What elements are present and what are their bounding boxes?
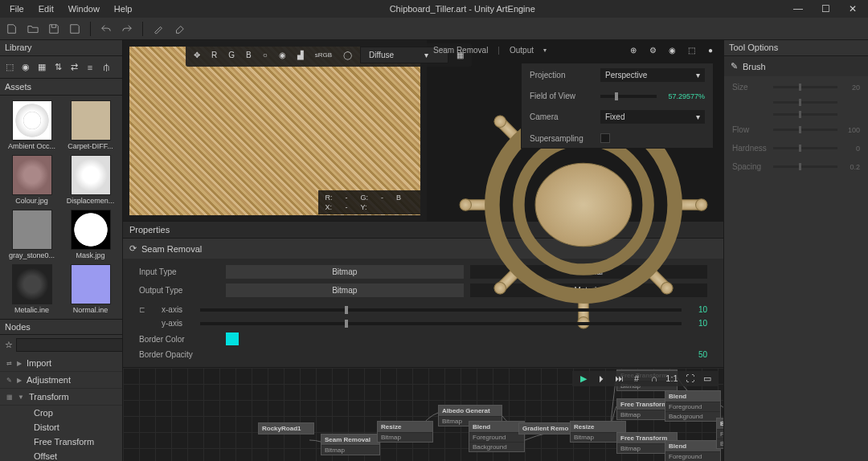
projection-select[interactable]: Perspective▾ [600,68,705,82]
supersampling-checkbox[interactable] [600,133,610,143]
layout-icon[interactable]: ▭ [701,373,714,384]
asset-item[interactable]: Normal.ine [63,264,117,314]
tool-slider[interactable] [773,129,837,131]
tool-slider[interactable] [773,86,837,88]
vp-srgb-icon[interactable]: sRGB [312,50,335,60]
close-icon[interactable]: ✕ [841,3,865,14]
vp-dot-icon[interactable]: ◉ [276,49,289,61]
tab-output[interactable]: Output [510,46,534,55]
tool-slider[interactable] [773,113,837,116]
minimize-icon[interactable]: — [786,3,810,14]
asset-item[interactable]: Colour.jpg [5,155,59,205]
open-icon[interactable] [26,22,40,36]
globe-icon[interactable]: ⊕ [627,43,640,56]
input-bitmap-button[interactable]: Bitmap [226,265,464,279]
save-as-icon[interactable] [68,22,82,36]
new-icon[interactable] [5,22,19,36]
border-color-label: Border Color [139,335,219,344]
channel-g[interactable]: G [225,49,238,61]
asset-item[interactable]: Displacemen... [63,155,117,205]
node-category-transform[interactable]: ▦▼Transform [0,389,122,406]
lib-grid-icon[interactable]: ▦ [35,61,48,74]
node-item-free-transform[interactable]: Free Transform [0,434,122,449]
channel-b[interactable]: B [243,49,255,61]
graph-node[interactable]: ResizeBitmap [377,421,433,443]
eraser-icon[interactable] [172,22,186,36]
viewport-3d[interactable]: Seam Removal | Output ▾ ⊕ ⚙ ◉ ⬚ ● Projec… [427,40,723,221]
camera-select[interactable]: Fixed▾ [600,110,705,124]
nodes-search-input[interactable] [16,338,122,352]
tool-slider[interactable] [773,165,837,168]
asset-item[interactable]: Metalic.ine [5,264,59,314]
menu-window[interactable]: Window [62,2,106,16]
lib-sort2-icon[interactable]: ≡ [84,61,96,74]
step-icon[interactable]: ⏵ [595,373,608,384]
viewport-2d[interactable]: ✥ R G B ○ ◉ ▟ sRGB ◯ Diffuse▾ ▦ R:- G:- … [123,40,427,221]
magnet-icon[interactable]: ∩ [648,373,661,384]
menu-edit[interactable]: Edit [32,2,60,16]
fast-icon[interactable]: ⏭ [612,373,625,384]
left-panel: Library ⬚ ◉ ▦ ⇅ ⇄ ≡ ⫛ Assets Ambient Occ… [0,40,123,461]
pixel-readout: R:- G:- B X:- Y: [318,190,420,214]
node-category-adjustment[interactable]: ✎▶Adjustment [0,372,122,389]
cube-icon[interactable]: ⬚ [685,43,698,56]
asset-item[interactable]: Ambient Occ... [5,100,59,150]
vp-move-icon[interactable]: ✥ [190,49,203,61]
play-icon[interactable]: ▶ [577,373,590,384]
asset-item[interactable]: gray_stone0... [5,210,59,259]
node-item-offset[interactable]: Offset [0,449,122,461]
border-color-swatch[interactable] [226,332,239,345]
fov-slider[interactable] [600,95,657,98]
fov-label: Field of View [530,92,594,100]
gear-icon[interactable]: ⚙ [646,43,659,56]
graph-node[interactable]: RockyRoad1 [258,422,314,434]
lib-sort3-icon[interactable]: ⫛ [100,61,113,74]
graph-node[interactable]: Seam RemovalBitmap [321,434,380,455]
tool-slider[interactable] [773,147,837,149]
grid-snap-icon[interactable]: # [630,373,643,384]
lib-sort-icon[interactable]: ⇄ [68,61,80,74]
refresh-icon[interactable]: ⟳ [129,243,137,254]
zoom-fit-icon[interactable]: 1:1 [665,373,678,384]
graph-node[interactable]: BlendForegroundBackground [665,390,721,422]
maximize-icon[interactable]: ☐ [813,3,837,14]
tab-seam-removal[interactable]: Seam Removal [433,46,488,55]
node-item-crop[interactable]: Crop [0,406,122,420]
axis-link-icon[interactable]: ⊏ [139,306,155,314]
tool-slider[interactable] [773,101,837,104]
node-category-import[interactable]: ⇄▶Import [0,355,122,372]
lib-cube-icon[interactable]: ⬚ [3,61,16,74]
x-axis-slider[interactable] [200,308,682,312]
lib-filter-icon[interactable]: ⇅ [51,61,64,74]
node-item-distort[interactable]: Distort [0,420,122,434]
asset-item[interactable]: Mask.jpg [63,210,117,259]
tool-value: 0.2 [842,163,860,171]
menu-help[interactable]: Help [108,2,139,16]
tool-label: Size [732,83,768,92]
graph-node[interactable]: BlendForegroundBackground [716,418,723,449]
lib-sphere-icon[interactable]: ◉ [19,61,32,74]
vp-ring-icon[interactable]: ◯ [340,49,355,61]
library-header: Library [0,40,122,56]
brush-icon[interactable] [151,22,166,36]
save-icon[interactable] [47,22,61,36]
asset-item[interactable]: Carpet-DIFF... [63,100,117,150]
vp-circle-icon[interactable]: ○ [260,49,271,61]
output-bitmap-button[interactable]: Bitmap [226,284,464,297]
graph-node[interactable]: BlendForegroundBackground [665,440,721,461]
sphere-icon[interactable]: ● [704,43,717,56]
menu-file[interactable]: File [3,2,31,16]
tool-options-panel: Tool Options ✎Brush Size20Flow100Hardnes… [723,40,868,461]
graph-node[interactable]: Gradient Remo [518,422,575,434]
material-icon[interactable]: ◉ [665,43,678,56]
node-graph[interactable]: ▶ ⏵ ⏭ # ∩ 1:1 ⛶ ▭ [123,367,723,461]
y-axis-slider[interactable] [200,322,682,325]
graph-node[interactable]: BlendForegroundBackground [469,421,525,452]
redo-icon[interactable] [120,22,134,36]
tool-label: Flow [732,125,768,134]
star-icon[interactable]: ☆ [5,340,13,350]
frame-icon[interactable]: ⛶ [683,373,696,384]
vp-histogram-icon[interactable]: ▟ [294,49,307,61]
undo-icon[interactable] [99,22,113,36]
channel-r[interactable]: R [208,49,220,61]
